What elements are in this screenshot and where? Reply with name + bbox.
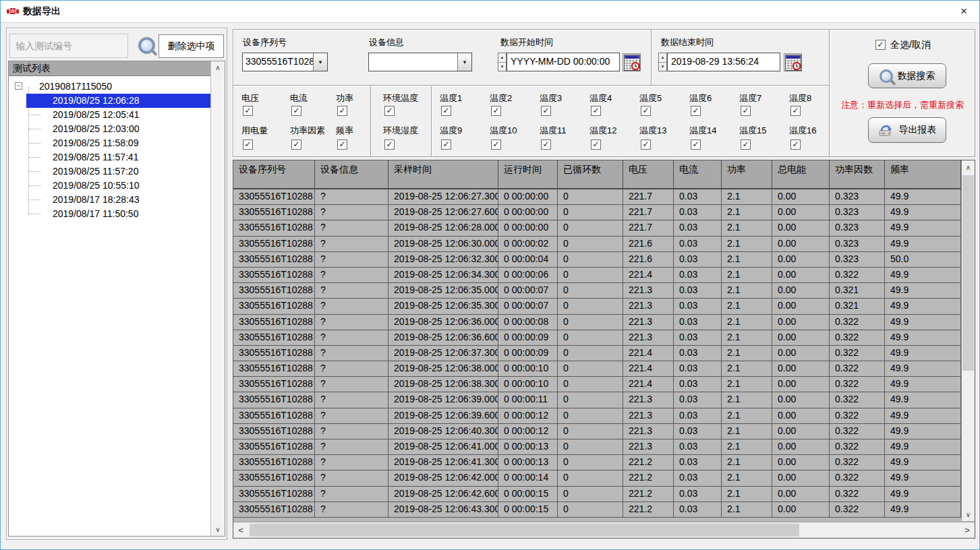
- tree-item[interactable]: 2019/08/25 12:06:28: [9, 94, 210, 108]
- table-vertical-scrollbar[interactable]: ∧ ∨: [961, 160, 975, 521]
- spin-down-icon[interactable]: ▼: [659, 63, 666, 71]
- cell: 0.323: [830, 189, 885, 204]
- channel-checkbox[interactable]: ✓: [591, 106, 601, 116]
- scroll-down-icon[interactable]: ∨: [211, 523, 225, 536]
- cell: 2.1: [722, 455, 772, 470]
- data-search-button[interactable]: 数据搜索: [868, 63, 946, 88]
- channel-checkbox[interactable]: ✓: [790, 140, 801, 150]
- cell: 0: [558, 220, 623, 235]
- device-serial-combo[interactable]: 33055516T10288 ▼: [242, 53, 328, 71]
- delete-selected-button[interactable]: 删除选中项: [158, 34, 224, 58]
- tree-collapse-icon[interactable]: −: [15, 82, 22, 90]
- table-row[interactable]: 33055516T10288?2019-08-25 12:06:30.0000 …: [233, 237, 961, 252]
- channel-checkbox[interactable]: ✓: [641, 140, 651, 150]
- end-time-spinner[interactable]: ▲▼: [658, 53, 667, 71]
- table-row[interactable]: 33055516T10288?2019-08-25 12:06:42.0000 …: [233, 470, 961, 486]
- device-info-combo[interactable]: ▼: [368, 53, 472, 71]
- channel-checkbox[interactable]: ✓: [541, 140, 551, 150]
- channel-checkbox[interactable]: ✓: [591, 140, 601, 150]
- tree-item[interactable]: 2019/08/25 10:55:10: [9, 179, 210, 193]
- table-row[interactable]: 33055516T10288?2019-08-25 12:06:35.0000 …: [233, 283, 961, 299]
- spin-up-icon[interactable]: ▲: [659, 53, 666, 63]
- channel-checkbox[interactable]: ✓: [337, 106, 347, 116]
- table-row[interactable]: 33055516T10288?2019-08-25 12:06:37.3000 …: [233, 346, 961, 361]
- search-input[interactable]: [9, 34, 128, 58]
- channel-checkbox[interactable]: ✓: [291, 106, 301, 116]
- table-row[interactable]: 33055516T10288?2019-08-25 12:06:41.3000 …: [233, 455, 961, 470]
- chevron-down-icon[interactable]: ▼: [313, 53, 327, 71]
- table-row[interactable]: 33055516T10288?2019-08-25 12:06:32.3000 …: [233, 252, 961, 268]
- tree-item[interactable]: 2019/08/25 11:57:41: [9, 150, 210, 164]
- table-row[interactable]: 33055516T10288?2019-08-25 12:06:40.3000 …: [233, 424, 961, 439]
- scroll-down-icon[interactable]: ∨: [962, 508, 975, 521]
- vertical-scroll-thumb[interactable]: [962, 175, 974, 371]
- cell: 221.2: [623, 502, 674, 517]
- chevron-down-icon[interactable]: ▼: [457, 53, 471, 71]
- table-row[interactable]: 33055516T10288?2019-08-25 12:06:39.0000 …: [233, 392, 961, 408]
- cell: 0.322: [830, 424, 885, 439]
- device-serial-value[interactable]: 33055516T10288: [243, 53, 313, 71]
- scroll-up-icon[interactable]: ∧: [211, 61, 225, 74]
- table-row[interactable]: 33055516T10288?2019-08-25 12:06:39.6000 …: [233, 408, 961, 424]
- table-row[interactable]: 33055516T10288?2019-08-25 12:06:35.3000 …: [233, 299, 961, 314]
- scroll-left-icon[interactable]: <: [235, 522, 247, 538]
- tree-item[interactable]: 2019/08/25 12:05:41: [9, 108, 210, 122]
- channel-checkbox[interactable]: ✓: [790, 106, 801, 116]
- channel-checkbox[interactable]: ✓: [441, 106, 451, 116]
- channel-label: 温度7: [739, 92, 761, 104]
- start-time-spinner[interactable]: ▲▼: [498, 53, 507, 71]
- start-calendar-button[interactable]: [623, 53, 641, 71]
- cell: 2.1: [722, 470, 772, 485]
- tree-item[interactable]: 2019/08/17 18:28:43: [9, 193, 210, 207]
- start-time-field[interactable]: YYYY-MM-DD 00:00:00: [507, 53, 620, 71]
- table-row[interactable]: 33055516T10288?2019-08-25 12:06:38.3000 …: [233, 377, 961, 392]
- table-row[interactable]: 33055516T10288?2019-08-25 12:06:28.0000 …: [233, 220, 961, 236]
- cell: 221.6: [623, 252, 674, 267]
- channel-checkbox[interactable]: ✓: [243, 106, 253, 116]
- channel-checkbox[interactable]: ✓: [641, 106, 651, 116]
- table-row[interactable]: 33055516T10288?2019-08-25 12:06:41.0000 …: [233, 439, 961, 455]
- export-report-button[interactable]: 导出报表: [868, 117, 946, 143]
- channel-checkbox[interactable]: ✓: [441, 140, 451, 150]
- table-horizontal-scrollbar[interactable]: < >: [233, 522, 975, 538]
- tree-item[interactable]: 2019/08/25 12:03:00: [9, 122, 210, 136]
- channel-checkbox[interactable]: ✓: [541, 106, 551, 116]
- tree-root-item[interactable]: − 20190817115050: [9, 80, 210, 94]
- table-row[interactable]: 33055516T10288?2019-08-25 12:06:43.3000 …: [233, 502, 961, 518]
- spin-up-icon[interactable]: ▲: [498, 53, 506, 63]
- search-icon-button[interactable]: [135, 37, 158, 57]
- channel-checkbox[interactable]: ✓: [384, 106, 395, 116]
- scroll-up-icon[interactable]: ∧: [962, 160, 975, 174]
- tree-item[interactable]: 2019/08/25 11:58:09: [9, 136, 210, 150]
- cell: 0.03: [674, 189, 722, 204]
- tree-scrollbar[interactable]: ∧ ∨: [210, 61, 225, 536]
- end-calendar-button[interactable]: [784, 53, 802, 71]
- channel-checkbox[interactable]: ✓: [243, 140, 253, 150]
- device-info-value[interactable]: [369, 53, 457, 71]
- horizontal-scroll-thumb[interactable]: [250, 524, 799, 537]
- channel-checkbox[interactable]: ✓: [384, 140, 395, 150]
- select-all-checkbox[interactable]: ✓: [875, 40, 886, 50]
- channel-checkbox[interactable]: ✓: [691, 140, 701, 150]
- scroll-right-icon[interactable]: >: [961, 522, 973, 538]
- table-row[interactable]: 33055516T10288?2019-08-25 12:06:36.0000 …: [233, 315, 961, 330]
- close-button[interactable]: ×: [948, 1, 979, 22]
- table-row[interactable]: 33055516T10288?2019-08-25 12:06:27.6000 …: [233, 205, 961, 220]
- spin-down-icon[interactable]: ▼: [498, 63, 506, 71]
- table-row[interactable]: 33055516T10288?2019-08-25 12:06:36.6000 …: [233, 330, 961, 346]
- tree-item[interactable]: 2019/08/25 11:57:20: [9, 164, 210, 179]
- table-row[interactable]: 33055516T10288?2019-08-25 12:06:27.3000 …: [233, 189, 961, 205]
- end-time-field[interactable]: 2019-08-29 13:56:24: [667, 53, 780, 71]
- channel-checkbox[interactable]: ✓: [741, 140, 751, 150]
- channel-checkbox[interactable]: ✓: [337, 140, 347, 150]
- channel-checkbox[interactable]: ✓: [291, 140, 301, 150]
- channel-checkbox[interactable]: ✓: [691, 106, 701, 116]
- cell: 0.00: [772, 205, 830, 220]
- table-row[interactable]: 33055516T10288?2019-08-25 12:06:42.6000 …: [233, 487, 961, 502]
- tree-item[interactable]: 2019/08/17 11:50:50: [9, 207, 210, 221]
- table-row[interactable]: 33055516T10288?2019-08-25 12:06:38.0000 …: [233, 361, 961, 377]
- channel-checkbox[interactable]: ✓: [491, 106, 501, 116]
- table-row[interactable]: 33055516T10288?2019-08-25 12:06:34.3000 …: [233, 268, 961, 283]
- channel-checkbox[interactable]: ✓: [491, 140, 501, 150]
- channel-checkbox[interactable]: ✓: [741, 106, 751, 116]
